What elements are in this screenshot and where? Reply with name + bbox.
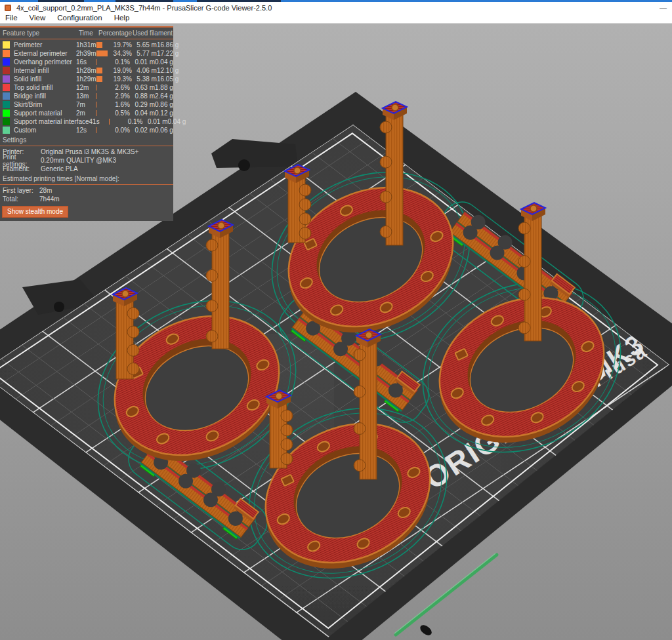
feature-weight: 17.22 g: [157, 50, 182, 57]
col-percentage: Percentage: [98, 30, 133, 37]
feature-color-swatch: [3, 75, 10, 83]
feature-weight: 0.06 g: [155, 127, 177, 134]
titlebar: 4x_coil_support_0.2mm_PLA_MK3S_7h44m - P…: [0, 2, 672, 13]
feature-time: 1h28m: [76, 67, 96, 74]
feature-length: 5.77 m: [132, 50, 157, 57]
feature-weight: 16.05 g: [157, 75, 182, 83]
feature-color-swatch: [3, 41, 10, 49]
percentage-bar: [96, 85, 113, 90]
legend-row[interactable]: Bridge infill13m2.9%0.88 m2.64 g: [0, 92, 173, 100]
legend-row[interactable]: Overhang perimeter16s0.1%0.01 m0.04 g: [0, 58, 173, 66]
feature-weight: 2.64 g: [155, 92, 177, 100]
feature-color-swatch: [3, 67, 10, 74]
feature-percent: 1.6%: [113, 101, 130, 108]
feature-percent: 19.7%: [114, 41, 132, 49]
feature-weight: 16.86 g: [157, 41, 182, 49]
first-layer-value: 28m: [39, 187, 173, 194]
legend-panel: Feature type Time Percentage Used filame…: [0, 26, 173, 221]
window-title: 4x_coil_support_0.2mm_PLA_MK3S_7h44m - P…: [16, 4, 272, 12]
total-time-label: Total:: [0, 195, 39, 203]
feature-time: 2m: [76, 110, 96, 117]
feature-percent: 19.0%: [114, 67, 132, 74]
feature-label: Solid infill: [14, 75, 76, 83]
feature-color-swatch: [3, 127, 10, 134]
first-layer-label: First layer:: [0, 187, 39, 194]
feature-color-swatch: [3, 118, 10, 125]
feature-label: Top solid infill: [14, 84, 76, 91]
feature-percent: 0.1%: [126, 118, 143, 125]
col-time: Time: [79, 30, 98, 37]
feature-color-swatch: [3, 92, 10, 100]
legend-row[interactable]: Internal infill1h28m19.0%4.06 m12.10 g: [0, 66, 173, 75]
feature-length: 0.01 m: [130, 58, 155, 66]
feature-label: Bridge infill: [14, 92, 76, 100]
feature-length: 5.65 m: [132, 41, 157, 49]
percentage-bar: [96, 110, 113, 116]
menu-help[interactable]: Help: [108, 13, 136, 24]
feature-length: 4.06 m: [132, 67, 157, 74]
col-feature-type: Feature type: [0, 30, 79, 37]
feature-weight: 0.12 g: [155, 110, 177, 117]
legend-row[interactable]: Solid infill1h29m19.3%5.38 m16.05 g: [0, 75, 173, 83]
legend-row[interactable]: Custom12s0.0%0.02 m0.06 g: [0, 126, 173, 134]
filament-value: Generic PLA: [41, 165, 173, 172]
legend-row[interactable]: Support material interface41s0.1%0.01 m0…: [0, 117, 173, 126]
feature-time: 41s: [89, 118, 109, 125]
feature-time: 1h29m: [76, 75, 96, 83]
feature-length: 0.04 m: [130, 110, 155, 117]
menu-view[interactable]: View: [24, 13, 52, 24]
total-time-value: 7h44m: [39, 195, 173, 203]
feature-length: 0.63 m: [130, 84, 155, 91]
feature-time: 12m: [76, 84, 96, 91]
show-stealth-mode-button[interactable]: Show stealth mode: [2, 206, 68, 218]
separator: [0, 146, 173, 146]
feature-percent: 34.3%: [114, 50, 132, 57]
feature-percent: 0.0%: [113, 127, 130, 134]
feature-percent: 2.6%: [113, 84, 130, 91]
legend-row[interactable]: External perimeter2h39m34.3%5.77 m17.22 …: [0, 49, 173, 58]
feature-time: 7m: [76, 101, 96, 108]
feature-label: Custom: [14, 127, 76, 134]
viewport-3d[interactable]: ORIGINALi3 MK3by Josef Prusa Feature typ…: [0, 24, 672, 640]
feature-time: 12s: [76, 127, 96, 134]
feature-color-swatch: [3, 110, 10, 117]
feature-percent: 0.5%: [113, 110, 130, 117]
feature-length: 5.38 m: [132, 75, 157, 83]
percentage-bar: [96, 76, 114, 82]
feature-label: Overhang perimeter: [14, 58, 76, 66]
feature-weight: 0.86 g: [155, 101, 177, 108]
percentage-bar: [96, 42, 114, 48]
feature-percent: 2.9%: [113, 92, 130, 100]
percentage-bar: [96, 93, 113, 99]
printer-value: Original Prusa i3 MK3S & MK3S+: [41, 148, 173, 155]
settings-title: Settings: [0, 134, 173, 145]
menu-configuration[interactable]: Configuration: [51, 13, 108, 24]
legend-row[interactable]: Perimeter1h31m19.7%5.65 m16.86 g: [0, 41, 173, 49]
menubar: File View Configuration Help: [0, 13, 672, 24]
feature-color-swatch: [3, 50, 10, 57]
feature-color-swatch: [3, 58, 10, 66]
legend-row[interactable]: Skirt/Brim7m1.6%0.29 m0.86 g: [0, 100, 173, 109]
feature-percent: 0.1%: [113, 58, 130, 66]
feature-label: Support material interface: [14, 118, 89, 125]
minimize-button[interactable]: —: [660, 5, 667, 11]
percentage-bar: [96, 102, 113, 108]
legend-header: Feature type Time Percentage Used filame…: [0, 28, 173, 38]
feature-label: Support material: [14, 110, 76, 117]
feature-length: 0.88 m: [130, 92, 155, 100]
feature-time: 16s: [76, 58, 96, 66]
separator: [0, 184, 173, 185]
feature-color-swatch: [3, 84, 10, 91]
feature-time: 2h39m: [76, 50, 96, 57]
percentage-bar: [96, 50, 114, 56]
legend-row[interactable]: Top solid infill12m2.6%0.63 m1.88 g: [0, 83, 173, 92]
legend-row[interactable]: Support material2m0.5%0.04 m0.12 g: [0, 109, 173, 117]
percentage-bar: [96, 59, 113, 65]
app-icon: [5, 5, 11, 11]
legend-rows: Perimeter1h31m19.7%5.65 m16.86 gExternal…: [0, 41, 173, 134]
feature-length: 0.02 m: [130, 127, 155, 134]
feature-weight: 0.04 g: [155, 58, 177, 66]
filament-label: Filament:: [0, 165, 41, 172]
menu-file[interactable]: File: [0, 13, 24, 24]
feature-time: 13m: [76, 92, 96, 100]
